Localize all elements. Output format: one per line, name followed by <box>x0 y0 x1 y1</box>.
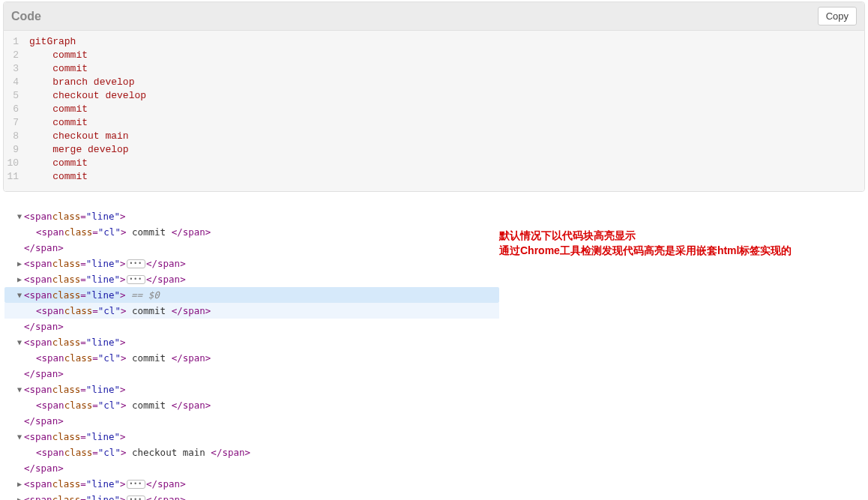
dom-node-row[interactable]: ▶</span> <box>4 460 499 476</box>
bracket: </ <box>146 476 157 492</box>
code-line: 10 commit <box>4 157 864 170</box>
expand-arrow-icon[interactable]: ▼ <box>15 287 24 303</box>
elements-tree[interactable]: ▼<span class="line">▶<span class="cl"> c… <box>4 208 499 500</box>
dom-node-row[interactable]: ▼<span class="line"> <box>4 429 499 445</box>
bracket: </ <box>146 271 157 287</box>
keyword-token: commit <box>52 103 88 115</box>
quote: " <box>86 208 92 224</box>
bracket: > <box>121 350 127 366</box>
attr-name: class <box>52 382 81 397</box>
dom-node-row[interactable]: ▶<span class="line">•••</span> <box>4 256 499 271</box>
code-line: 7 commit <box>4 116 864 130</box>
quote: " <box>115 303 121 319</box>
dom-node-row[interactable]: ▶</span> <box>4 319 499 334</box>
dom-node-row[interactable]: ▶</span> <box>4 366 499 382</box>
code-line: 3 commit <box>4 62 864 76</box>
tag-name: span <box>42 303 64 319</box>
dom-node-row[interactable]: ▶<span class="cl"> commit </span> <box>4 350 499 366</box>
attr-value: cl <box>103 303 115 319</box>
dom-node-row[interactable]: ▶<span class="line">•••</span> <box>4 271 499 287</box>
line-number: 2 <box>4 49 29 62</box>
dom-node-row[interactable]: ▶<span class="cl"> commit </span> <box>4 397 499 413</box>
attr-value: cl <box>103 224 115 240</box>
quote: " <box>114 382 120 397</box>
ellipsis-icon[interactable]: ••• <box>127 480 145 489</box>
bracket: > <box>120 476 126 492</box>
keyword-token: checkout <box>52 90 99 101</box>
bracket: > <box>205 303 211 319</box>
attr-name: class <box>52 334 81 350</box>
equals: = <box>80 476 86 492</box>
bracket: </ <box>24 319 35 334</box>
dom-node-row[interactable]: ▶</span> <box>4 240 499 256</box>
copy-button[interactable]: Copy <box>818 7 857 25</box>
tag-name: span <box>42 350 64 366</box>
ellipsis-icon[interactable]: ••• <box>127 496 145 501</box>
dom-node-row[interactable]: ▼<span class="line"> <box>4 334 499 350</box>
quote: " <box>86 492 92 500</box>
code-content: commit <box>29 49 88 62</box>
expand-arrow-icon[interactable]: ▼ <box>15 334 24 350</box>
code-line: 11 commit <box>4 170 864 184</box>
line-number: 8 <box>4 130 29 143</box>
dom-node-row[interactable]: ▶<span class="line">•••</span> <box>4 476 499 492</box>
tag-name: span <box>35 460 58 476</box>
bracket: > <box>58 413 64 429</box>
expand-arrow-icon[interactable]: ▼ <box>15 382 24 397</box>
attr-value: line <box>91 256 114 271</box>
bracket: > <box>120 271 126 287</box>
expand-arrow-icon[interactable]: ▶ <box>15 271 24 287</box>
bracket: </ <box>24 460 35 476</box>
code-panel: Code Copy 1gitGraph2 commit3 commit4 bra… <box>3 1 865 192</box>
code-content: commit <box>29 170 88 184</box>
code-line: 4 branch develop <box>4 76 864 89</box>
dom-node-row[interactable]: ▼<span class="line"> <box>4 382 499 397</box>
expand-arrow-icon[interactable]: ▼ <box>15 208 24 224</box>
bracket: > <box>58 319 64 334</box>
quote: " <box>114 271 120 287</box>
dom-node-row[interactable]: ▼<span class="line"> <box>4 208 499 224</box>
code-line: 1gitGraph <box>4 35 864 49</box>
keyword-token: checkout <box>52 130 99 142</box>
bracket: > <box>120 287 126 303</box>
bracket: < <box>36 303 42 319</box>
dom-node-row[interactable]: ▶<span class="cl"> commit </span> <box>4 303 499 319</box>
line-number: 7 <box>4 116 29 130</box>
attr-value: line <box>91 382 114 397</box>
code-line: 9 merge develop <box>4 143 864 157</box>
keyword-token: commit <box>52 171 88 182</box>
dom-node-row[interactable]: ▼<span class="line"> == $0 <box>4 287 499 303</box>
code-line: 5 checkout develop <box>4 89 864 103</box>
quote: " <box>86 271 92 287</box>
quote: " <box>114 208 120 224</box>
bracket: </ <box>24 413 35 429</box>
quote: " <box>98 445 104 460</box>
attr-value: line <box>91 208 114 224</box>
expand-arrow-icon[interactable]: ▶ <box>15 256 24 271</box>
tag-name: span <box>183 303 205 319</box>
dom-node-row[interactable]: ▶<span class="cl"> checkout main </span> <box>4 445 499 460</box>
bracket: > <box>120 492 126 500</box>
expand-arrow-icon[interactable]: ▶ <box>15 476 24 492</box>
bracket: </ <box>172 397 183 413</box>
dom-node-row[interactable]: ▶</span> <box>4 413 499 429</box>
tag-name: span <box>35 366 58 382</box>
expand-arrow-icon[interactable]: ▼ <box>15 429 24 445</box>
tag-name: span <box>30 429 52 445</box>
attr-value: line <box>91 271 114 287</box>
code-body[interactable]: 1gitGraph2 commit3 commit4 branch develo… <box>4 31 864 191</box>
equals: = <box>80 256 86 271</box>
code-line: 8 checkout main <box>4 130 864 143</box>
expand-arrow-icon[interactable]: ▶ <box>15 492 24 500</box>
bracket: > <box>120 208 126 224</box>
bracket: </ <box>24 240 35 256</box>
bracket: < <box>36 445 42 460</box>
tag-name: span <box>30 334 52 350</box>
line-number: 11 <box>4 170 29 184</box>
dom-node-row[interactable]: ▶<span class="line">•••</span> <box>4 492 499 500</box>
bracket: > <box>121 397 127 413</box>
ellipsis-icon[interactable]: ••• <box>127 275 145 284</box>
tag-name: span <box>30 382 52 397</box>
ellipsis-icon[interactable]: ••• <box>127 259 145 268</box>
dom-node-row[interactable]: ▶<span class="cl"> commit </span> <box>4 224 499 240</box>
